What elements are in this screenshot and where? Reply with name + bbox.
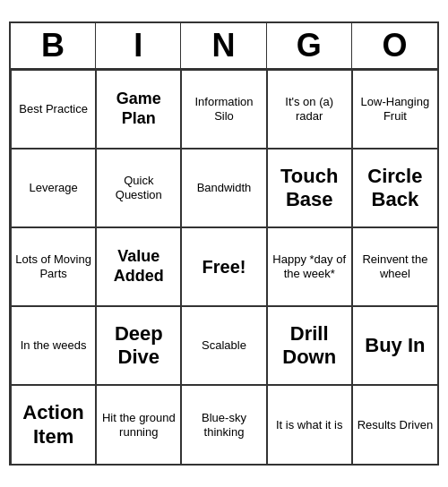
bingo-cell: Information Silo xyxy=(181,70,266,149)
bingo-cell: It's on (a) radar xyxy=(267,70,352,149)
bingo-cell: Bandwidth xyxy=(181,149,266,227)
bingo-letter: N xyxy=(181,23,266,68)
bingo-cell: Circle Back xyxy=(352,149,437,227)
bingo-letter: G xyxy=(267,23,352,68)
bingo-cell: Best Practice xyxy=(11,70,96,149)
bingo-cell: Happy *day of the week* xyxy=(267,227,352,306)
bingo-letter: O xyxy=(352,23,437,68)
bingo-cell: Free! xyxy=(181,227,266,306)
bingo-cell: Drill Down xyxy=(267,306,352,385)
bingo-cell: Deep Dive xyxy=(96,306,181,385)
bingo-cell: Low-Hanging Fruit xyxy=(352,70,437,149)
bingo-cell: Lots of Moving Parts xyxy=(11,227,96,306)
bingo-cell: Buy In xyxy=(352,306,437,385)
bingo-cell: Leverage xyxy=(11,149,96,227)
bingo-cell: Blue-sky thinking xyxy=(181,385,266,464)
bingo-grid: Best PracticeGame PlanInformation SiloIt… xyxy=(11,70,437,464)
bingo-header: BINGO xyxy=(11,23,437,70)
bingo-cell: Reinvent the wheel xyxy=(352,227,437,306)
bingo-cell: Scalable xyxy=(181,306,266,385)
bingo-cell: Action Item xyxy=(11,385,96,464)
bingo-letter: B xyxy=(11,23,96,68)
bingo-letter: I xyxy=(96,23,181,68)
bingo-cell: Hit the ground running xyxy=(96,385,181,464)
bingo-card: BINGO Best PracticeGame PlanInformation … xyxy=(9,21,439,466)
bingo-cell: Touch Base xyxy=(267,149,352,227)
bingo-cell: In the weeds xyxy=(11,306,96,385)
bingo-cell: Results Driven xyxy=(352,385,437,464)
bingo-cell: Value Added xyxy=(96,227,181,306)
bingo-cell: Game Plan xyxy=(96,70,181,149)
bingo-cell: Quick Question xyxy=(96,149,181,227)
bingo-cell: It is what it is xyxy=(267,385,352,464)
